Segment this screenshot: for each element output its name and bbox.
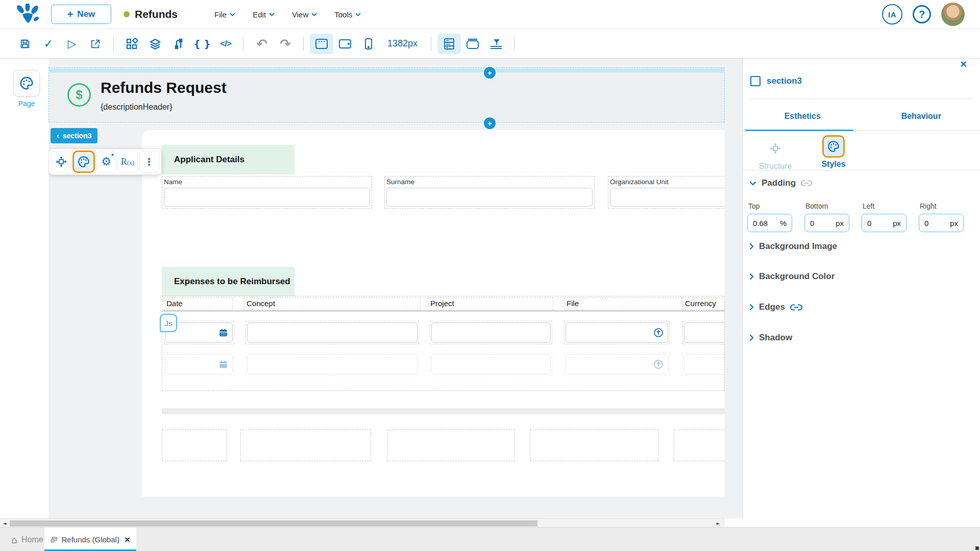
table-scrollbar-strip[interactable]	[162, 408, 725, 414]
selected-section-badge[interactable]: ‹ section3	[51, 128, 97, 143]
new-button[interactable]: + New	[51, 5, 111, 24]
menu-edit[interactable]: Edit	[248, 7, 280, 22]
app-logo-icon[interactable]	[14, 3, 41, 26]
padding-top-unit[interactable]: %	[780, 219, 787, 228]
empty-cell[interactable]	[387, 430, 515, 461]
padding-right-input[interactable]: 0 px	[919, 214, 964, 232]
redo-icon[interactable]: ↷	[274, 34, 297, 54]
horizontal-scrollbar[interactable]: ◄ ►	[0, 518, 725, 527]
form-body-card[interactable]: Applicant Details Name Surname Organizat…	[142, 130, 725, 496]
help-icon[interactable]: ?	[913, 5, 931, 23]
scroll-left-icon[interactable]: ◄	[1, 520, 8, 527]
section-edges[interactable]: Edges	[749, 302, 802, 312]
design-canvas[interactable]: $ Refunds Request {descriptionHeader} + …	[48, 59, 743, 518]
column-header-concept[interactable]: Concept	[244, 297, 421, 310]
tab-refunds-global[interactable]: Refunds (Global) ×	[44, 528, 136, 551]
settings-gear-icon[interactable]: ⚙ ✦	[96, 151, 116, 172]
validate-icon[interactable]: ✓	[37, 34, 60, 54]
padding-top-input[interactable]: 0.68 %	[747, 214, 792, 232]
link-icon[interactable]	[790, 304, 802, 311]
braces-icon[interactable]: { }	[190, 34, 214, 54]
link-icon[interactable]	[801, 180, 812, 187]
table-row-cell-concept[interactable]	[246, 321, 419, 344]
empty-cell[interactable]	[240, 430, 371, 461]
ia-assistant-icon[interactable]: IA	[882, 4, 902, 24]
empty-cell[interactable]	[674, 430, 725, 461]
org-unit-input[interactable]	[610, 188, 725, 207]
name-input[interactable]	[164, 188, 370, 207]
file-upload-input[interactable]	[566, 322, 668, 343]
connections-icon[interactable]	[167, 34, 190, 54]
top-right-actions: IA ?	[882, 3, 965, 26]
field-group-name[interactable]: Name	[162, 176, 372, 209]
padding-bottom-unit[interactable]: px	[836, 219, 844, 228]
js-script-badge[interactable]: Js	[160, 314, 177, 332]
tool-structure[interactable]: Structure	[747, 136, 803, 171]
menu-tools[interactable]: Tools	[329, 7, 366, 22]
currency-input[interactable]	[684, 322, 725, 343]
section-background-color[interactable]: Background Color	[749, 271, 835, 282]
form-header-widget[interactable]: $ Refunds Request {descriptionHeader}	[48, 67, 725, 122]
tab-behaviour[interactable]: Behaviour	[862, 108, 980, 131]
desktop-view-icon[interactable]	[310, 34, 333, 54]
save-icon[interactable]	[13, 34, 37, 54]
field-group-org-unit[interactable]: Organizational Unit	[608, 176, 725, 209]
field-group-surname[interactable]: Surname	[384, 176, 595, 209]
upload-icon[interactable]	[653, 328, 664, 338]
components-icon[interactable]	[120, 34, 143, 54]
table-row-cell-file[interactable]	[564, 321, 670, 344]
undo-icon[interactable]: ↶	[250, 34, 274, 54]
menu-view[interactable]: View	[287, 7, 322, 22]
scroll-right-icon[interactable]: ►	[715, 520, 722, 527]
column-header-project[interactable]: Project	[428, 297, 553, 310]
empty-cell[interactable]	[162, 430, 227, 461]
padding-left-unit[interactable]: px	[893, 219, 901, 228]
rules-expression-icon[interactable]: R(x)	[117, 151, 138, 172]
tab-esthetics[interactable]: Esthetics	[743, 108, 862, 131]
group-title-applicant[interactable]: Applicant Details	[162, 145, 295, 174]
scrollbar-thumb[interactable]	[10, 520, 537, 527]
layers-icon[interactable]	[143, 34, 167, 54]
mobile-view-icon[interactable]	[357, 34, 380, 54]
layout-rows-icon[interactable]	[437, 34, 461, 54]
table-row-cell-currency[interactable]	[682, 321, 725, 344]
resize-grip[interactable]	[975, 546, 979, 550]
expenses-table[interactable]: Date Concept Project File Currency	[162, 296, 725, 391]
filter-align-icon[interactable]	[484, 34, 508, 54]
user-avatar[interactable]	[941, 3, 965, 26]
group-title-expenses[interactable]: Expenses to be Reimbursed	[162, 267, 295, 296]
padding-top-value: 0.68	[753, 219, 768, 228]
calendar-icon[interactable]	[218, 328, 228, 338]
menu-file[interactable]: File	[209, 7, 240, 22]
table-row-cell-project[interactable]	[430, 321, 552, 344]
project-input[interactable]	[431, 322, 551, 343]
tool-styles[interactable]: Styles	[805, 134, 862, 169]
padding-left-input[interactable]: 0 px	[862, 214, 906, 232]
surname-input[interactable]	[386, 188, 593, 207]
padding-bottom-input[interactable]: 0 px	[804, 214, 849, 232]
export-icon[interactable]	[84, 34, 107, 54]
container-icon[interactable]	[461, 34, 484, 54]
more-options-kebab-icon[interactable]: ⋮	[139, 151, 159, 172]
column-header-file[interactable]: File	[564, 297, 682, 310]
add-widget-handle-top[interactable]: +	[484, 67, 496, 79]
section-background-image[interactable]: Background Image	[749, 241, 837, 252]
tab-home[interactable]: ⌂ Home	[6, 528, 48, 551]
page-styles-button[interactable]	[13, 70, 40, 96]
close-tab-icon[interactable]: ×	[125, 534, 130, 545]
column-header-currency[interactable]: Currency	[682, 297, 725, 310]
add-widget-handle-bottom[interactable]: +	[484, 117, 496, 129]
move-icon[interactable]	[51, 151, 71, 172]
section-shadow[interactable]: Shadow	[749, 333, 792, 343]
tablet-view-icon[interactable]	[333, 34, 357, 54]
close-panel-icon[interactable]: ×	[960, 59, 967, 70]
column-header-date[interactable]: Date	[164, 297, 233, 310]
source-code-icon[interactable]: </>	[214, 34, 237, 54]
run-icon[interactable]: ▷	[60, 34, 84, 54]
styles-palette-icon[interactable]	[72, 151, 95, 173]
concept-input[interactable]	[247, 322, 418, 343]
padding-right-unit[interactable]: px	[950, 219, 958, 228]
empty-cell[interactable]	[530, 430, 658, 461]
section-padding[interactable]: Padding	[749, 178, 812, 188]
selection-checkbox[interactable]	[750, 76, 761, 86]
